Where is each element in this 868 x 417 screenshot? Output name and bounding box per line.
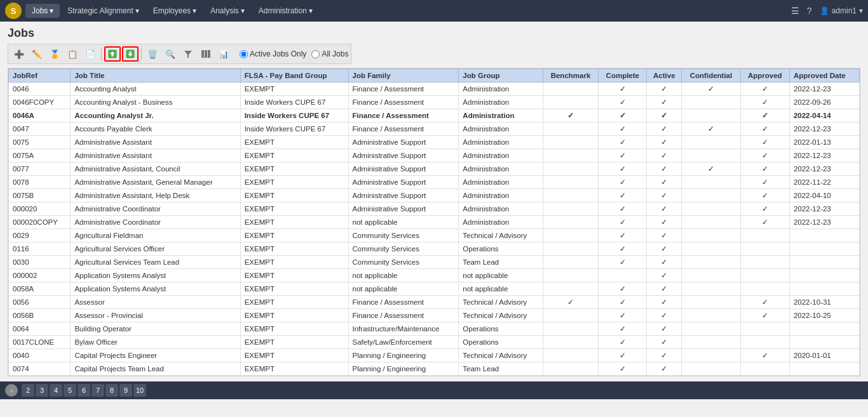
all-jobs-radio-label[interactable]: All Jobs [311,50,348,58]
search-button[interactable]: 🔍 [162,46,179,62]
nav-menu: Jobs ▾ Strategic Alignment ▾ Employees ▾… [25,4,791,18]
table-row[interactable]: 0030Agricultural Services Team LeadEXEMP… [9,256,860,269]
table-cell: ✓ [599,322,647,336]
table-cell: ✓ [647,96,682,109]
table-cell [789,336,859,349]
table-row[interactable]: 0040Capital Projects EngineerEXEMPTPlann… [9,349,860,362]
table-cell: ✓ [647,149,682,162]
table-row[interactable]: 0075Administrative AssistantEXEMPTAdmini… [9,136,860,149]
table-cell [682,176,740,189]
page-8[interactable]: 8 [105,384,118,397]
all-jobs-radio[interactable] [311,50,320,58]
table-row[interactable]: 0077Administrative Assistant, CouncilEXE… [9,162,860,176]
table-row[interactable]: 0046AAccounting Analyst Jr.Inside Worker… [9,109,860,122]
table-body: 0046Accounting AnalystEXEMPTFinance / As… [9,83,860,376]
page-4[interactable]: 4 [50,384,62,397]
table-cell [543,229,599,242]
help-icon[interactable]: ? [807,6,812,16]
table-cell: ✓ [599,256,647,269]
table-row[interactable]: 000002Application Systems AnalystEXEMPTn… [9,269,860,282]
table-row[interactable]: 0046FCOPYAccounting Analyst - BusinessIn… [9,96,860,109]
edit-button[interactable]: ✏️ [29,46,45,62]
table-cell: 0058A [9,282,71,296]
username: admin1 [832,6,857,15]
table-cell: Administration [459,202,543,216]
table-cell: Planning / Engineering [348,349,459,362]
table-cell: ✓ [599,176,647,189]
table-row[interactable]: 0064Building OperatorEXEMPTInfrastructur… [9,322,860,336]
chart-button[interactable]: 📊 [215,46,232,62]
table-cell: Community Services [348,229,459,242]
table-row[interactable]: 0047Accounts Payable ClerkInside Workers… [9,122,860,136]
table-cell: 2022-12-23 [789,162,859,176]
table-cell: Administration [459,96,543,109]
columns-icon [201,49,211,59]
table-row[interactable]: 000020Administrative CoordinatorEXEMPTAd… [9,202,860,216]
table-cell: ✓ [599,202,647,216]
table-cell [543,162,599,176]
nav-jobs[interactable]: Jobs ▾ [25,4,60,18]
table-cell [543,322,599,336]
user-dropdown-icon: ▾ [859,6,863,15]
table-cell: Administrative Assistant, Council [71,162,240,176]
pagination: ○ 2 3 4 5 6 7 8 9 10 [0,381,868,399]
table-cell: ✓ [740,122,789,136]
table-row[interactable]: 0017CLONEBylaw OfficerEXEMPTSafety/Law/E… [9,336,860,349]
delete-button[interactable]: 🗑️ [144,46,161,62]
table-cell: 2022-12-23 [789,122,859,136]
active-jobs-label: Active Jobs Only [250,50,306,58]
table-row[interactable]: 0074Capital Projects Team LeadEXEMPTPlan… [9,362,860,376]
active-jobs-radio[interactable] [240,50,248,58]
certificate-button[interactable]: 🏅 [46,46,63,62]
page-9[interactable]: 9 [119,384,132,397]
table-cell [682,362,740,376]
add-button[interactable]: ➕ [11,46,27,62]
page-5[interactable]: 5 [64,384,76,397]
page-6[interactable]: 6 [78,384,90,397]
table-row[interactable]: 0078Administrative Assistant, General Ma… [9,176,860,189]
report-button[interactable]: 📋 [64,46,81,62]
table-row[interactable]: 0056AssessorEXEMPTFinance / AssessmentTe… [9,296,860,309]
table-cell: 2022-11-22 [789,176,859,189]
table-cell: ✓ [740,349,789,362]
table-row[interactable]: 0056BAssessor - ProvincialEXEMPTFinance … [9,309,860,322]
import-button[interactable] [104,46,121,62]
nav-employees[interactable]: Employees ▾ [147,4,203,18]
table-cell: Operations [459,336,543,349]
svg-rect-5 [201,50,204,58]
export-button[interactable] [122,46,139,62]
nav-analysis[interactable]: Analysis ▾ [204,4,251,18]
table-cell: Community Services [348,242,459,256]
col-approved-date: Approved Date [789,69,859,83]
page-10[interactable]: 10 [133,384,146,397]
table-row[interactable]: 0058AApplication Systems AnalystEXEMPTno… [9,282,860,296]
table-header-row: JobRef Job Title FLSA - Pay Band Group J… [9,69,860,83]
table-cell [789,322,859,336]
doc-button[interactable]: 📄 [82,46,98,62]
page-3[interactable]: 3 [36,384,48,397]
table-row[interactable]: 000020COPYAdministrative CoordinatorEXEM… [9,216,860,229]
table-row[interactable]: 0046Accounting AnalystEXEMPTFinance / As… [9,83,860,96]
active-jobs-radio-label[interactable]: Active Jobs Only [240,50,306,58]
export-icon [125,49,135,59]
table-cell [543,336,599,349]
nav-strategic-alignment[interactable]: Strategic Alignment ▾ [61,4,145,18]
toolbar: ➕ ✏️ 🏅 📋 📄 🗑️ 🔍 [8,44,351,64]
table-row[interactable]: 0116Agricultural Services OfficerEXEMPTC… [9,242,860,256]
user-menu[interactable]: 👤 admin1 ▾ [820,6,863,15]
table-cell [740,256,789,269]
table-row[interactable]: 0075AAdministrative AssistantEXEMPTAdmin… [9,149,860,162]
columns-button[interactable] [198,46,214,62]
toolbar-separator-1 [101,48,102,60]
table-cell: 0056 [9,296,71,309]
menu-icon[interactable]: ☰ [791,6,799,16]
table-row[interactable]: 0029Agricultural FieldmanEXEMPTCommunity… [9,229,860,242]
filter-button[interactable] [180,46,196,62]
table-row[interactable]: 0075BAdministrative Assistant, Help Desk… [9,189,860,202]
table-cell: ✓ [543,296,599,309]
table-cell: 2022-12-23 [789,216,859,229]
page-7[interactable]: 7 [92,384,104,397]
page-2[interactable]: 2 [22,384,34,397]
nav-administration[interactable]: Administration ▾ [252,4,319,18]
table-cell [789,269,859,282]
